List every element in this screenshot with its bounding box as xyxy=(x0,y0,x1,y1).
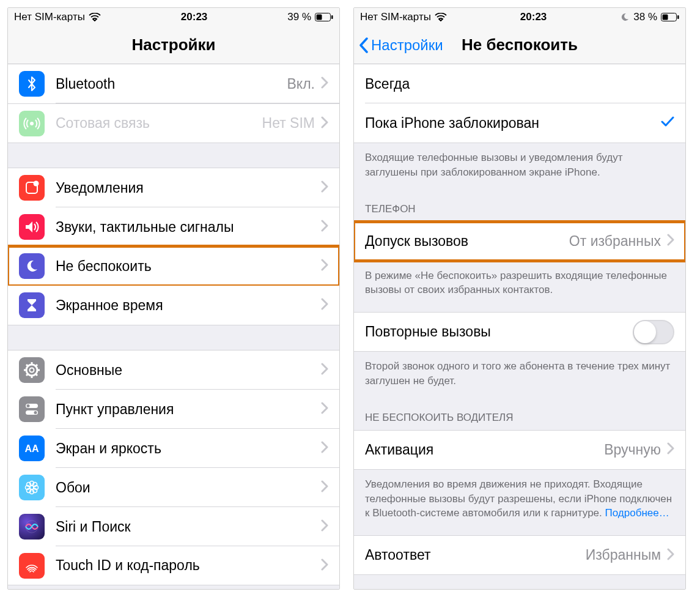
svg-text:AA: AA xyxy=(24,443,39,454)
sidebar-item-display[interactable]: AA Экран и яркость xyxy=(8,429,339,468)
fingerprint-icon xyxy=(19,553,45,579)
status-bar: Нет SIM-карты 20:23 38 % xyxy=(354,8,685,26)
cell-value: Вкл. xyxy=(287,76,315,92)
sidebar-item-cellular[interactable]: Сотовая связь Нет SIM xyxy=(8,103,339,143)
row-activate[interactable]: Активация Вручную xyxy=(354,430,685,469)
group-footer: Второй звонок одного и того же абонента … xyxy=(354,352,685,395)
chevron-right-icon xyxy=(321,363,328,377)
chevron-right-icon xyxy=(321,480,328,495)
group-footer: В режиме «Не беспокоить» разрешить входя… xyxy=(354,261,685,304)
dnd-list[interactable]: Всегда Пока iPhone заблокирован Входящие… xyxy=(354,64,685,589)
sidebar-item-do-not-disturb[interactable]: Не беспокоить xyxy=(8,247,339,286)
settings-list[interactable]: Bluetooth Вкл. Сотовая связь Нет SIM Уве… xyxy=(8,64,339,589)
svg-point-7 xyxy=(30,368,34,373)
row-silence-locked[interactable]: Пока iPhone заблокирован xyxy=(354,103,685,143)
page-title: Настройки xyxy=(131,35,215,54)
sounds-icon xyxy=(19,214,45,240)
dnd-status-icon xyxy=(620,12,630,22)
svg-line-13 xyxy=(35,374,37,376)
cell-label: Всегда xyxy=(365,76,674,92)
group-header: ТЕЛЕФОН xyxy=(354,186,685,221)
learn-more-link[interactable]: Подробнее… xyxy=(605,507,669,519)
cell-value: Вручную xyxy=(604,442,661,458)
cell-label: Активация xyxy=(365,442,604,458)
display-icon: AA xyxy=(19,436,45,461)
settings-phone: Нет SIM-карты 20:23 39 % Настройки Bluet… xyxy=(7,7,340,590)
hourglass-icon xyxy=(19,292,45,318)
sidebar-item-wallpaper[interactable]: Обои xyxy=(8,468,339,507)
group-separator xyxy=(8,325,339,350)
back-button[interactable]: Настройки xyxy=(359,26,443,64)
battery-percent-label: 38 % xyxy=(633,11,657,23)
svg-rect-33 xyxy=(677,15,679,19)
notifications-icon xyxy=(19,175,45,201)
cell-label: Экран и яркость xyxy=(56,440,321,457)
cell-label: Сотовая связь xyxy=(56,115,262,132)
chevron-right-icon xyxy=(321,180,328,195)
sidebar-item-touchid[interactable]: Touch ID и код-пароль xyxy=(8,546,339,585)
nav-bar: Настройки xyxy=(8,26,339,64)
chevron-right-icon xyxy=(321,558,328,573)
nav-bar: Настройки Не беспокоить xyxy=(354,26,685,64)
sidebar-item-general[interactable]: Основные xyxy=(8,350,339,390)
svg-line-15 xyxy=(26,374,28,376)
svg-line-14 xyxy=(35,365,37,366)
wifi-icon xyxy=(435,13,447,21)
carrier-label: Нет SIM-карты xyxy=(14,11,85,23)
cell-label: Уведомления xyxy=(56,180,321,196)
flower-icon xyxy=(19,475,45,500)
chevron-right-icon xyxy=(321,220,328,234)
clock-label: 20:23 xyxy=(520,11,547,23)
dnd-phone: Нет SIM-карты 20:23 38 % Настройки Не бе… xyxy=(353,7,686,590)
chevron-right-icon xyxy=(321,76,328,91)
chevron-right-icon xyxy=(321,259,328,273)
sidebar-item-bluetooth[interactable]: Bluetooth Вкл. xyxy=(8,64,339,103)
cell-label: Пока iPhone заблокирован xyxy=(365,115,661,132)
sidebar-item-control-center[interactable]: Пункт управления xyxy=(8,390,339,429)
cell-label: Допуск вызовов xyxy=(365,233,569,250)
chevron-right-icon xyxy=(321,116,328,131)
cell-label: Основные xyxy=(56,362,321,379)
cell-value: Нет SIM xyxy=(262,115,315,132)
sidebar-item-sounds[interactable]: Звуки, тактильные сигналы xyxy=(8,207,339,247)
svg-point-17 xyxy=(27,404,30,407)
status-bar: Нет SIM-карты 20:23 39 % xyxy=(8,8,339,26)
svg-rect-32 xyxy=(663,15,668,20)
svg-line-12 xyxy=(26,365,28,366)
cell-label: Повторные вызовы xyxy=(365,324,633,340)
chevron-right-icon xyxy=(321,402,328,417)
sidebar-item-notifications[interactable]: Уведомления xyxy=(8,168,339,207)
siri-icon xyxy=(19,514,45,540)
group-separator xyxy=(8,143,339,168)
cell-value: От избранных xyxy=(569,233,661,250)
svg-point-5 xyxy=(34,181,39,187)
chevron-right-icon xyxy=(321,519,328,534)
switches-icon xyxy=(19,396,45,422)
row-allow-calls-from[interactable]: Допуск вызовов От избранных xyxy=(354,221,685,261)
battery-icon xyxy=(315,13,333,21)
cell-label: Пункт управления xyxy=(56,401,321,418)
battery-percent-label: 39 % xyxy=(287,11,311,23)
cell-label: Touch ID и код-пароль xyxy=(56,557,321,574)
wifi-icon xyxy=(89,13,101,21)
svg-rect-1 xyxy=(317,15,322,20)
chevron-right-icon xyxy=(321,441,328,456)
sidebar-item-screen-time[interactable]: Экранное время xyxy=(8,286,339,325)
cell-label: Обои xyxy=(56,480,321,496)
chevron-right-icon xyxy=(667,548,674,563)
cell-label: Siri и Поиск xyxy=(56,519,321,535)
cell-label: Экранное время xyxy=(56,297,321,314)
sidebar-item-siri[interactable]: Siri и Поиск xyxy=(8,507,339,546)
page-title: Не беспокоить xyxy=(462,35,578,54)
svg-rect-2 xyxy=(331,15,333,19)
carrier-label: Нет SIM-карты xyxy=(360,11,431,23)
back-label: Настройки xyxy=(371,37,443,54)
group-footer: Уведомления во время движения не приходя… xyxy=(354,470,685,527)
row-repeated-calls[interactable]: Повторные вызовы xyxy=(354,312,685,351)
row-silence-always[interactable]: Всегда xyxy=(354,64,685,103)
clock-label: 20:23 xyxy=(181,11,207,23)
cell-value: Избранным xyxy=(586,547,661,563)
repeated-calls-toggle[interactable] xyxy=(633,320,674,344)
row-auto-reply[interactable]: Автоответ Избранным xyxy=(354,535,685,574)
chevron-right-icon xyxy=(321,298,328,313)
